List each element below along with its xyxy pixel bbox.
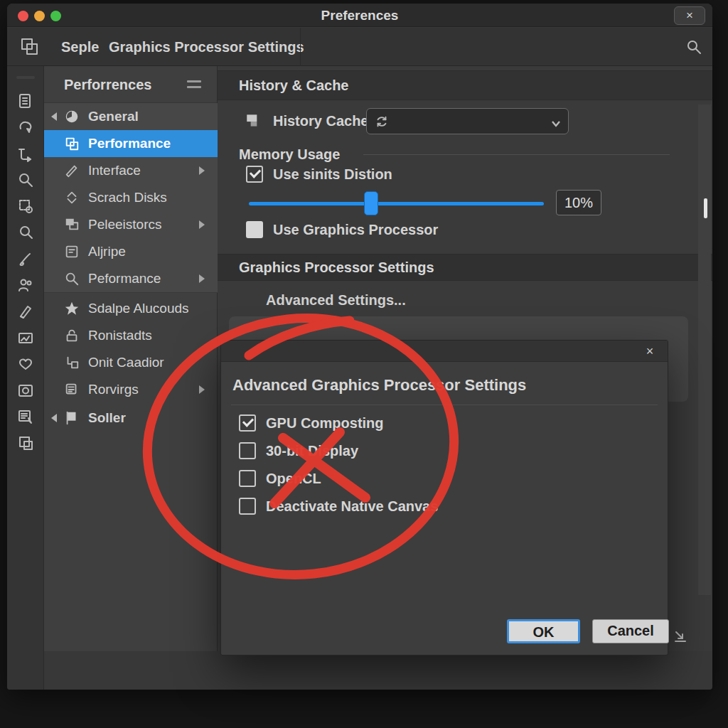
- sidebar-item-performance[interactable]: Performance: [44, 130, 218, 157]
- history-cache-row: History Cache:: [218, 107, 712, 134]
- sidebar-item-onit-caadior[interactable]: Onit Caadior: [44, 349, 218, 376]
- tool-camera-icon[interactable]: [15, 381, 36, 399]
- sidebar-item-label: Ronistadts: [88, 328, 152, 343]
- memory-slider[interactable]: [249, 191, 544, 215]
- title-bar: Preferences ×: [7, 4, 712, 27]
- section-history-cache: History & Cache: [218, 70, 712, 100]
- sidebar-item-label: Peleeistorcs: [88, 217, 162, 232]
- sidebar-item-ronistadts[interactable]: Ronistadts: [44, 322, 218, 349]
- tool-zoom-icon[interactable]: [15, 171, 36, 188]
- sidebar-item-general[interactable]: General: [44, 103, 218, 130]
- tool-lasso-icon[interactable]: [15, 118, 36, 136]
- sidebar-item-label: Interface: [88, 163, 141, 178]
- triangle-right-icon: [199, 220, 205, 229]
- modal-divider: [231, 405, 658, 405]
- tool-zoom-alt-icon[interactable]: [15, 223, 36, 241]
- memory-usage-label: Memory Usage: [239, 146, 340, 163]
- opencl-row: OpenCL: [239, 470, 321, 487]
- tool-table-icon[interactable]: [15, 407, 36, 425]
- section-graphics-processor: Graphics Processor Settings: [218, 254, 712, 281]
- magnifier-icon: [64, 271, 80, 287]
- tool-document-icon[interactable]: [15, 92, 36, 109]
- list-icon: [64, 382, 80, 397]
- sidebar-item-rorvirgs[interactable]: Rorvirgs: [44, 376, 218, 403]
- refresh-icon: [374, 114, 390, 132]
- tool-column: [7, 66, 44, 690]
- resize-handle-icon[interactable]: [673, 628, 688, 647]
- advanced-gpu-modal: × Advanced Graphics Processor Settings G…: [220, 340, 668, 655]
- sidebar-item-scrach-disks[interactable]: Scrach Disks: [44, 184, 218, 211]
- scrollbar-track[interactable]: [698, 105, 711, 595]
- modal-title-bar: ×: [221, 341, 668, 362]
- opencl-checkbox[interactable]: [239, 470, 256, 487]
- modal-close-button[interactable]: ×: [639, 342, 660, 360]
- path-nodes-icon: [64, 355, 80, 370]
- tool-brush-icon[interactable]: [15, 250, 36, 267]
- sidebar-item-label: Onit Caadior: [88, 355, 164, 370]
- tool-column-handle: [16, 76, 35, 79]
- tool-tag-icon[interactable]: [15, 355, 36, 373]
- sidebar-item-label: Performance: [88, 136, 171, 151]
- scrollbar-thumb[interactable]: [704, 198, 707, 218]
- sidebar-item-label: Peformance: [88, 271, 161, 287]
- slider-thumb[interactable]: [364, 191, 378, 215]
- header-bar: Seple Graphics Processor Settings: [7, 28, 712, 66]
- tool-copy-icon[interactable]: [15, 434, 36, 451]
- sidebar-item-label: Soller: [88, 410, 126, 426]
- windows-icon: [64, 217, 80, 232]
- ok-button[interactable]: OK: [507, 619, 580, 643]
- gpu-composting-checkbox[interactable]: [239, 414, 256, 432]
- triangle-left-icon: [51, 112, 57, 121]
- sidebar-lower-group: Sdalpe Alucouds Ronistadts Onit Caadior …: [44, 295, 218, 432]
- history-cache-label: History Cache:: [273, 107, 373, 134]
- menu-item-graphics-processor-settings[interactable]: Graphics Processor Settings: [109, 28, 304, 66]
- sidebar-item-label: Scrach Disks: [88, 190, 167, 205]
- star-icon: [64, 301, 80, 316]
- history-cache-dropdown[interactable]: [366, 108, 569, 134]
- gpu-composting-label: GPU Composting: [266, 415, 384, 432]
- note-icon: [64, 244, 80, 259]
- thirty-bit-display-checkbox[interactable]: [239, 442, 256, 459]
- triangle-right-icon: [199, 274, 205, 283]
- sidebar-item-peformance[interactable]: Peformance: [44, 265, 218, 292]
- tool-pen-icon[interactable]: [15, 302, 36, 320]
- sidebar-item-label: Sdalpe Alucouds: [88, 301, 189, 316]
- advanced-settings-link[interactable]: Advanced Settings...: [266, 292, 406, 309]
- opencl-label: OpenCL: [266, 471, 321, 487]
- triangle-right-icon: [199, 166, 205, 175]
- sidebar-item-interface[interactable]: Interface: [44, 157, 218, 184]
- section-title: Graphics Processor Settings: [239, 255, 712, 280]
- clock-icon: [64, 109, 80, 124]
- use-sinits-row: Use sinits Distion: [246, 166, 392, 183]
- pen-icon: [64, 163, 80, 178]
- sidebar-item-label: General: [88, 109, 139, 124]
- tool-image-icon[interactable]: [15, 328, 36, 346]
- sidebar-item-aljripe[interactable]: Aljripe: [44, 238, 218, 265]
- triangle-right-icon: [199, 385, 205, 394]
- header-divider: [300, 28, 301, 66]
- thirty-bit-display-label: 30-bit Display: [266, 443, 358, 459]
- sidebar-item-peleeistorcs[interactable]: Peleeistorcs: [44, 211, 218, 238]
- tool-transform-icon[interactable]: [15, 197, 36, 215]
- slider-track[interactable]: [249, 202, 544, 205]
- flag-icon: [64, 410, 80, 426]
- gpu-composting-row: GPU Composting: [239, 414, 384, 432]
- sidebar-title: Perforrences: [64, 66, 151, 103]
- sidebar-header: Perforrences: [44, 66, 217, 103]
- tool-crop-loop-icon[interactable]: [15, 144, 36, 162]
- thirty-bit-display-row: 30-bit Display: [239, 442, 358, 459]
- tool-users-icon[interactable]: [15, 276, 36, 294]
- window-title: Preferences: [7, 4, 712, 27]
- search-icon[interactable]: [685, 38, 702, 58]
- sidebar-item-sdalpe-alucouds[interactable]: Sdalpe Alucouds: [44, 295, 218, 322]
- cancel-button[interactable]: Cancel: [592, 619, 669, 643]
- lock-icon: [64, 328, 80, 343]
- use-gpu-checkbox[interactable]: [246, 221, 263, 238]
- use-sinits-checkbox[interactable]: [246, 166, 263, 183]
- use-gpu-row: Use Graphics Processor: [246, 221, 438, 238]
- close-button[interactable]: ×: [674, 6, 705, 25]
- menu-item-seple[interactable]: Seple: [61, 28, 99, 66]
- sidebar-item-soller[interactable]: Soller: [44, 405, 218, 432]
- deactivate-native-canvas-checkbox[interactable]: [239, 498, 256, 515]
- panel-menu-icon[interactable]: [187, 80, 201, 92]
